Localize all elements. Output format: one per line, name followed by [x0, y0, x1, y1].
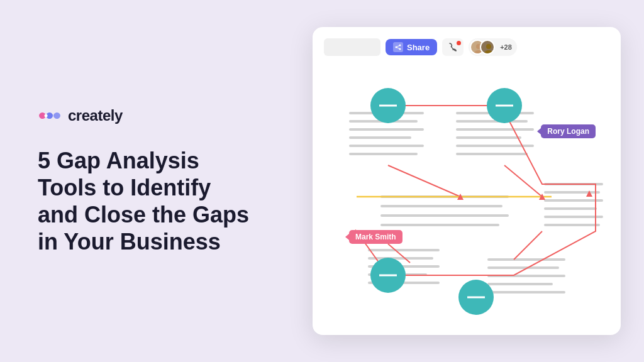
mark-smith-label: Mark Smith — [355, 233, 396, 241]
avatars-group[interactable]: +28 — [469, 38, 517, 56]
avatars-count: +28 — [500, 43, 512, 51]
headline-line3: and Close the Gaps — [38, 202, 249, 228]
headline: 5 Gap Analysis Tools to Identify and Clo… — [38, 147, 252, 256]
diagram-content — [325, 71, 608, 322]
phone-button[interactable] — [442, 38, 464, 56]
svg-line-4 — [396, 45, 400, 47]
share-icon — [393, 42, 403, 52]
svg-point-8 — [486, 44, 491, 49]
svg-line-45 — [514, 231, 542, 260]
share-label: Share — [407, 43, 430, 52]
logo-icon — [38, 109, 62, 123]
share-button[interactable]: Share — [386, 39, 437, 55]
right-panel: Share +28 — [289, 0, 644, 362]
avatar-2 — [480, 40, 495, 55]
svg-point-9 — [484, 50, 493, 55]
headline-line1: 5 Gap Analysis — [38, 148, 199, 173]
svg-line-43 — [504, 165, 542, 197]
search-bar[interactable] — [324, 38, 380, 56]
diagram-svg — [325, 71, 608, 322]
tooltip-rory: Rory Logan — [541, 124, 596, 138]
svg-line-5 — [396, 47, 400, 49]
recording-dot — [457, 41, 461, 45]
avatar-stack — [470, 40, 495, 55]
logo-text: creately — [68, 107, 123, 124]
left-panel: creately 5 Gap Analysis Tools to Identif… — [0, 77, 289, 286]
diagram-card: Share +28 — [313, 27, 621, 335]
headline-line2: Tools to Identify — [38, 175, 211, 200]
rory-logan-label: Rory Logan — [547, 127, 589, 136]
toolbar: Share +28 — [324, 38, 517, 56]
svg-line-42 — [388, 165, 460, 197]
svg-point-0 — [45, 114, 48, 117]
logo-area: creately — [38, 107, 252, 124]
tooltip-mark: Mark Smith — [349, 230, 402, 244]
headline-line4: in Your Business — [38, 229, 221, 255]
